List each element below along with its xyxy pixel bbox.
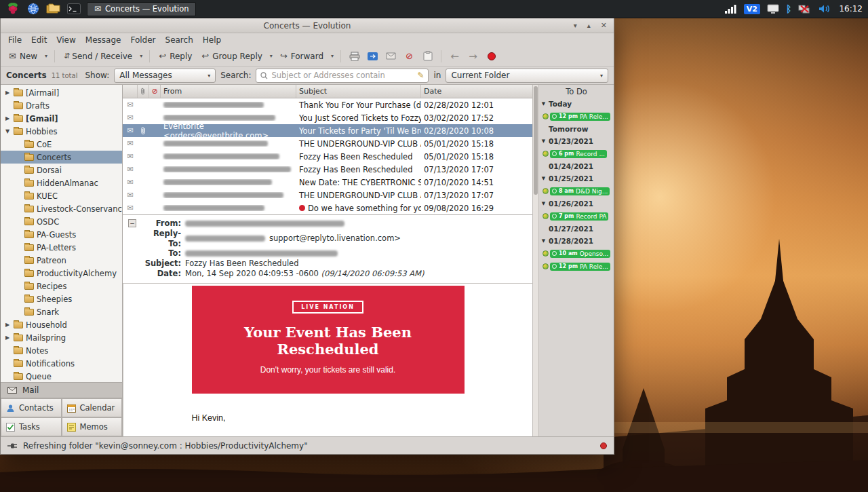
forward-nav-button[interactable]: → bbox=[464, 48, 482, 64]
message-list-scrollbar[interactable] bbox=[532, 85, 539, 436]
display-tray-icon[interactable] bbox=[766, 1, 781, 16]
new-dropdown-arrow[interactable]: ▾ bbox=[42, 51, 50, 61]
menu-help[interactable]: Help bbox=[198, 35, 226, 45]
from-column-header[interactable]: From bbox=[161, 85, 296, 98]
message-row[interactable]: ✉Fozzy Has Been Rescheduled05/01/2020 15… bbox=[123, 150, 532, 163]
sidebar-folder-hobbies[interactable]: ▼Hobbies bbox=[1, 125, 122, 138]
search-scope-dropdown[interactable]: Current Folder ▾ bbox=[446, 69, 608, 83]
network-error-icon[interactable] bbox=[797, 1, 812, 16]
maximize-button[interactable]: ▴ bbox=[587, 22, 591, 29]
terminal-icon[interactable] bbox=[66, 1, 81, 16]
sidebar-folder-concerts[interactable]: Concerts bbox=[1, 151, 122, 164]
forward-button[interactable]: ↪ Forward bbox=[275, 49, 328, 63]
message-row[interactable]: ✉Fozzy Has Been Rescheduled07/13/2020 17… bbox=[123, 163, 532, 176]
expander-icon[interactable]: ▼ bbox=[540, 101, 547, 107]
clock[interactable]: 16:12 bbox=[839, 4, 863, 14]
switcher-mail-button[interactable]: Mail bbox=[1, 383, 122, 398]
expander-icon[interactable]: ▶ bbox=[4, 115, 11, 121]
flag-column-header[interactable] bbox=[123, 85, 138, 98]
date-column-header[interactable]: Date bbox=[421, 85, 532, 98]
edit-search-icon[interactable]: ✎ bbox=[417, 71, 424, 80]
attachment-column-header[interactable] bbox=[138, 85, 149, 98]
expander-icon[interactable]: ▶ bbox=[4, 335, 11, 341]
todo-group[interactable]: 01/24/2021 bbox=[540, 160, 612, 172]
not-junk-button[interactable]: ⊘ bbox=[400, 48, 418, 64]
todo-group[interactable]: ▼01/26/2021 bbox=[540, 197, 612, 210]
minimize-button[interactable]: ▾ bbox=[574, 22, 577, 29]
sidebar-folder-sheepies[interactable]: Sheepies bbox=[1, 292, 122, 305]
scrollbar-thumb[interactable] bbox=[534, 86, 538, 195]
todo-event[interactable]: 8 amD&D Nig... bbox=[540, 185, 612, 197]
sidebar-folder-pa-guests[interactable]: PA-Guests bbox=[1, 228, 122, 241]
switcher-contacts-button[interactable]: Contacts bbox=[1, 398, 62, 417]
new-button[interactable]: ✉ New bbox=[4, 49, 42, 63]
menu-folder[interactable]: Folder bbox=[125, 35, 160, 45]
sidebar-folder-mailspring[interactable]: ▶Mailspring bbox=[1, 331, 122, 344]
todo-event[interactable]: 10 amOpenso... bbox=[540, 247, 612, 260]
web-browser-icon[interactable] bbox=[26, 1, 41, 16]
todo-event[interactable]: 6 pmRecord ... bbox=[540, 147, 612, 160]
sidebar-folder-notes[interactable]: Notes bbox=[1, 344, 122, 357]
todo-group[interactable]: ▼Today bbox=[540, 98, 612, 110]
subject-column-header[interactable]: Subject bbox=[296, 85, 421, 98]
menu-search[interactable]: Search bbox=[161, 35, 198, 45]
reply-button[interactable]: ↩ Reply bbox=[154, 49, 197, 63]
sidebar-folder-notifications[interactable]: Notifications bbox=[1, 357, 122, 370]
message-row[interactable]: ✉Thank You For Your Purchase (do ...02/2… bbox=[123, 98, 532, 111]
sidebar-folder-pa-letters[interactable]: PA-Letters bbox=[1, 241, 122, 254]
todo-group[interactable]: ▼01/28/2021 bbox=[540, 235, 612, 247]
close-button[interactable]: ✕ bbox=[601, 21, 607, 30]
junk-button[interactable] bbox=[382, 48, 400, 64]
todo-group[interactable]: ▼01/25/2021 bbox=[540, 172, 612, 185]
sidebar-folder-dorsai[interactable]: Dorsai bbox=[1, 164, 122, 176]
forward-dropdown-arrow[interactable]: ▾ bbox=[328, 51, 336, 61]
message-row[interactable]: ✉THE UNDERGROUND-VIP CLUB A...07/13/2020… bbox=[123, 189, 532, 202]
move-to-folder-button[interactable] bbox=[363, 48, 382, 64]
search-box[interactable]: ✎ bbox=[256, 69, 429, 83]
sidebar-folder-livestock-conservancy[interactable]: Livestock-Conservancy bbox=[1, 202, 122, 215]
todo-group[interactable]: ▼01/23/2021 bbox=[540, 135, 612, 147]
menu-edit[interactable]: Edit bbox=[26, 35, 52, 45]
expander-icon[interactable]: ▶ bbox=[4, 90, 11, 96]
expander-icon[interactable]: ▼ bbox=[540, 138, 547, 144]
taskbar-window-button[interactable]: ✉ Concerts — Evolution bbox=[87, 2, 196, 16]
sidebar-folder-coe[interactable]: CoE bbox=[1, 138, 122, 151]
collapse-headers-button[interactable]: − bbox=[128, 219, 136, 227]
sidebar-folder-hiddenalmanac[interactable]: HiddenAlmanac bbox=[1, 176, 122, 189]
menu-file[interactable]: File bbox=[3, 35, 26, 45]
bluetooth-icon[interactable]: ᛒ bbox=[786, 3, 791, 14]
todo-event[interactable]: 7 pmRecord PA bbox=[540, 210, 612, 223]
group-reply-button[interactable]: ↩ Group Reply bbox=[197, 49, 267, 63]
todo-event[interactable]: 12 pmPA Rele... bbox=[540, 260, 612, 273]
menu-message[interactable]: Message bbox=[81, 35, 126, 45]
send-receive-button[interactable]: ⇵ Send / Receive bbox=[59, 50, 137, 63]
status-column-header[interactable]: ⊘ bbox=[149, 85, 161, 98]
switcher-tasks-button[interactable]: Tasks bbox=[1, 417, 62, 436]
send-receive-dropdown-arrow[interactable]: ▾ bbox=[137, 51, 145, 61]
sidebar-folder-productivityalchemy[interactable]: ProductivityAlchemy bbox=[1, 267, 122, 280]
show-filter-dropdown[interactable]: All Messages ▾ bbox=[114, 69, 216, 83]
vnc-tray-icon[interactable]: V2 bbox=[744, 4, 760, 14]
search-input[interactable] bbox=[271, 71, 414, 80]
sidebar-folder-snark[interactable]: Snark bbox=[1, 305, 122, 318]
sidebar-folder-osdc[interactable]: OSDC bbox=[1, 215, 122, 228]
message-row[interactable]: ✉Do we have something for you!09/08/2020… bbox=[123, 202, 532, 214]
print-button[interactable] bbox=[345, 48, 363, 64]
expander-icon[interactable]: ▼ bbox=[540, 201, 547, 206]
expander-icon[interactable]: ▼ bbox=[4, 128, 11, 134]
sidebar-folder-kuec[interactable]: KUEC bbox=[1, 189, 122, 202]
todo-event[interactable]: 12 pmPA Rele... bbox=[540, 110, 612, 123]
switcher-memos-button[interactable]: Memos bbox=[62, 417, 123, 436]
raspberry-menu-icon[interactable] bbox=[5, 1, 20, 16]
menu-view[interactable]: View bbox=[52, 35, 80, 45]
volume-icon[interactable] bbox=[817, 1, 832, 16]
sidebar-folder-drafts[interactable]: Drafts bbox=[1, 99, 122, 112]
todo-group[interactable]: 01/27/2021 bbox=[540, 223, 612, 235]
switcher-calendar-button[interactable]: Calendar bbox=[62, 398, 123, 417]
sidebar-folder-household[interactable]: ▶Household bbox=[1, 318, 122, 331]
group-reply-dropdown-arrow[interactable]: ▾ bbox=[267, 51, 275, 61]
message-row[interactable]: ✉New Date: THE CYBERTRONIC SP...07/10/20… bbox=[123, 176, 532, 189]
sidebar-folder-patreon[interactable]: Patreon bbox=[1, 254, 122, 267]
signal-strength-icon[interactable] bbox=[724, 1, 738, 16]
copy-button[interactable] bbox=[418, 48, 437, 64]
